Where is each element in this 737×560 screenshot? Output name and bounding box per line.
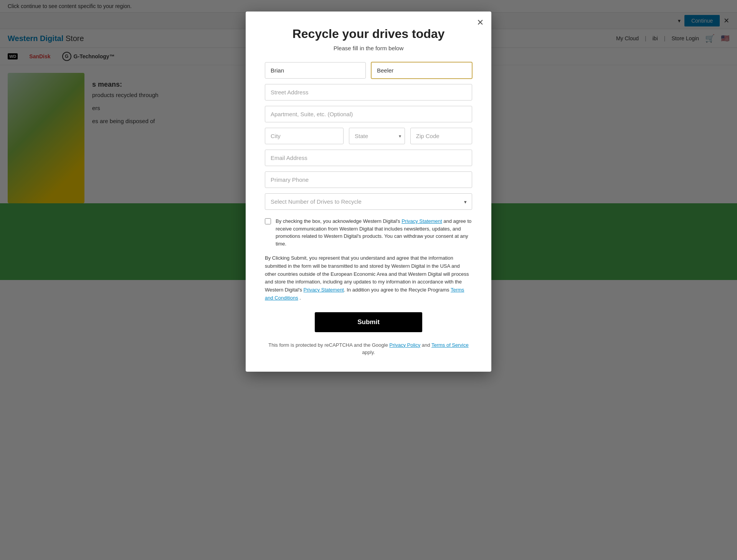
legal-privacy-link[interactable]: Privacy Statement (304, 287, 344, 293)
email-input[interactable] (265, 150, 472, 166)
checkbox-text-prefix: By checking the box, you acknowledge Wes… (276, 218, 402, 224)
email-row (265, 150, 472, 166)
checkbox-privacy-label: Privacy Statement (402, 218, 442, 224)
recaptcha-mid: and (420, 342, 431, 348)
legal-text-p3: . (298, 295, 301, 301)
privacy-checkbox-label[interactable]: By checking the box, you acknowledge Wes… (276, 217, 472, 247)
recaptcha-terms-link[interactable]: Terms of Service (431, 342, 469, 348)
modal-close-button[interactable]: ✕ (477, 18, 484, 27)
apartment-input[interactable] (265, 106, 472, 122)
recycle-form: State ALAKAZAR CACOCTDE FLGAHIID ILINIAK… (265, 62, 472, 356)
street-row (265, 84, 472, 100)
city-input[interactable] (265, 128, 344, 144)
legal-privacy-label: Privacy Statement (304, 287, 344, 293)
drives-select[interactable]: Select Number of Drives to Recycle 1 2 3… (265, 193, 472, 210)
drives-select-wrapper: Select Number of Drives to Recycle 1 2 3… (265, 193, 472, 210)
privacy-checkbox-section: By checking the box, you acknowledge Wes… (265, 217, 472, 247)
recaptcha-privacy-label: Privacy Policy (389, 342, 420, 348)
legal-text-p2: . In addition you agree to the Recycle P… (344, 287, 451, 293)
phone-input[interactable] (265, 171, 472, 188)
submit-button[interactable]: Submit (315, 312, 422, 332)
zip-input[interactable] (410, 128, 472, 144)
first-name-input[interactable] (265, 62, 366, 79)
privacy-checkbox[interactable] (265, 218, 271, 224)
city-state-zip-row: State ALAKAZAR CACOCTDE FLGAHIID ILINIAK… (265, 128, 472, 144)
modal-title: Recycle your drives today (265, 27, 472, 41)
name-row (265, 62, 472, 79)
legal-text: By Clicking Submit, you represent that y… (265, 254, 472, 302)
modal-overlay: ✕ Recycle your drives today Please fill … (0, 0, 737, 560)
privacy-statement-link[interactable]: Privacy Statement (402, 218, 442, 224)
state-select-wrapper: State ALAKAZAR CACOCTDE FLGAHIID ILINIAK… (349, 128, 405, 144)
state-select[interactable]: State ALAKAZAR CACOCTDE FLGAHIID ILINIAK… (349, 128, 405, 144)
recaptcha-privacy-link[interactable]: Privacy Policy (389, 342, 420, 348)
modal-dialog: ✕ Recycle your drives today Please fill … (246, 12, 491, 372)
recaptcha-text: This form is protected by reCAPTCHA and … (265, 341, 472, 356)
recaptcha-terms-label: Terms of Service (431, 342, 469, 348)
phone-row (265, 171, 472, 188)
modal-subtitle: Please fill in the form below (265, 45, 472, 51)
recaptcha-suffix: apply. (362, 349, 375, 355)
recaptcha-prefix: This form is protected by reCAPTCHA and … (268, 342, 389, 348)
last-name-input[interactable] (371, 62, 472, 79)
apartment-row (265, 106, 472, 122)
street-address-input[interactable] (265, 84, 472, 100)
